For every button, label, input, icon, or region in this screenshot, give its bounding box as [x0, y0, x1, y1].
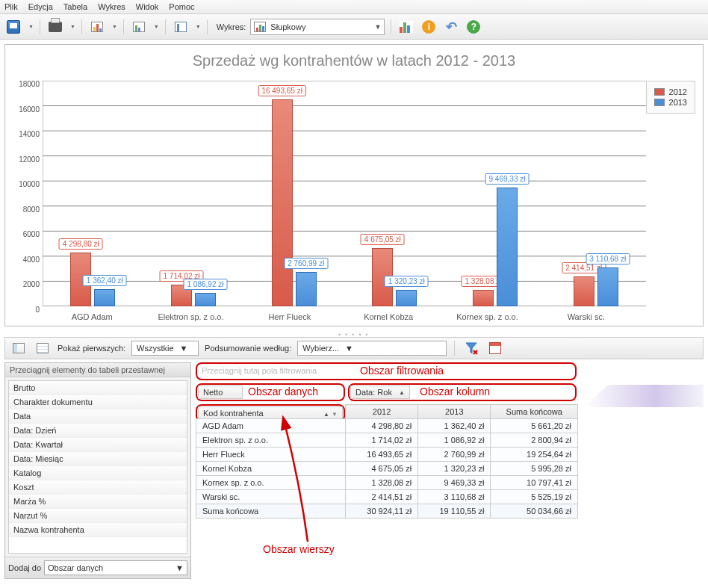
pivot-cell: 1 328,08 zł: [346, 476, 418, 490]
chart-edit-button[interactable]: [130, 18, 148, 36]
chart-bar-label: 16 493,65 zł: [258, 85, 306, 96]
print-button[interactable]: [46, 18, 64, 36]
dropdown-arrow-icon[interactable]: ▼: [28, 24, 34, 29]
pivot-layout-icon: [13, 343, 25, 353]
chart-bar-label: 1 362,40 zł: [83, 275, 127, 286]
menu-wykres[interactable]: Wykres: [98, 2, 125, 11]
pivot-cell: 1 086,92 zł: [418, 433, 491, 448]
undo-button[interactable]: ↶: [442, 18, 460, 36]
pivot-col-header[interactable]: 2012: [346, 405, 418, 419]
field-list-item[interactable]: Koszt: [9, 480, 187, 495]
chart-type-label: Wykres:: [217, 22, 246, 31]
chart-icon: [91, 22, 103, 32]
field-list-item[interactable]: Nazwa kontrahenta: [9, 523, 187, 537]
menu-widok[interactable]: Widok: [136, 2, 159, 11]
field-list-item[interactable]: Charakter dokumentu: [9, 395, 187, 409]
info-button[interactable]: i: [420, 18, 438, 36]
filter-hint: Przeciągnij tutaj pola filtrowania: [202, 366, 317, 375]
menu-bar: Plik Edycja Tabela Wykres Widok Pomoc: [0, 0, 708, 14]
field-list-item[interactable]: Marża %: [9, 495, 187, 509]
splitter[interactable]: ▪ ▪ ▪ ▪ ▪: [0, 331, 708, 337]
pivot-cell: 2 414,51 zł: [346, 490, 418, 504]
dropdown-arrow-icon[interactable]: ▼: [196, 24, 201, 29]
calendar-button[interactable]: [486, 339, 504, 357]
chart-bar[interactable]: [497, 188, 518, 306]
dropdown-arrow-icon[interactable]: ▼: [154, 24, 159, 29]
chart-bar[interactable]: [396, 290, 417, 306]
chart-type-select[interactable]: Słupkowy ▼: [250, 19, 385, 35]
chart-legend: 2012 2013: [646, 81, 695, 114]
table-row[interactable]: AGD Adam4 298,80 zł1 362,40 zł5 661,20 z…: [196, 419, 578, 433]
undo-icon: ↶: [446, 19, 457, 35]
menu-plik[interactable]: Plik: [4, 2, 18, 11]
chart-wizard-button[interactable]: [397, 18, 415, 36]
chart-plot-area: 4 298,80 zł1 362,40 zł1 714,02 zł1 086,9…: [43, 81, 646, 306]
chart-bar[interactable]: [597, 267, 618, 306]
chart-bar-label: 4 675,05 zł: [361, 234, 405, 245]
field-list-item[interactable]: Narzut %: [9, 509, 187, 523]
chart-bar[interactable]: [296, 272, 317, 306]
chart-style-button[interactable]: [88, 18, 106, 36]
pivot-cell: 16 493,65 zł: [346, 448, 418, 462]
chart-x-axis: AGD AdamElektron sp. z o.o.Herr FlueckKo…: [43, 312, 636, 321]
layout-button[interactable]: [172, 18, 190, 36]
field-list-item[interactable]: Data: Kwartał: [9, 438, 187, 452]
toolbar: ▼ ▼ ▼ ▼ ▼ Wykres: Słupkowy ▼: [0, 14, 708, 40]
info-icon: i: [422, 20, 435, 34]
pivot-col-header[interactable]: Suma końcowa: [491, 405, 578, 419]
chart-bar-label: 1 086,92 zł: [184, 279, 228, 290]
column-field-chip[interactable]: Data: Rok▲: [350, 386, 410, 399]
pivot-toolbar: Pokaż pierwszych: Wszystkie ▼ Podsumowan…: [4, 337, 704, 359]
field-list-item[interactable]: Data: Miesiąc: [9, 452, 187, 466]
dropdown-arrow-icon: ▼: [176, 563, 184, 572]
pivot-data-table[interactable]: 20122013Suma końcowaAGD Adam4 298,80 zł1…: [196, 404, 578, 519]
legend-label-2012: 2012: [669, 87, 687, 96]
add-to-select[interactable]: Obszar danych ▼: [44, 560, 187, 575]
disk-icon: [7, 20, 20, 34]
dropdown-arrow-icon[interactable]: ▼: [70, 24, 75, 29]
menu-tabela[interactable]: Tabela: [63, 2, 87, 11]
data-field-chip[interactable]: Netto: [198, 386, 243, 399]
table-row[interactable]: Herr Flueck16 493,65 zł2 760,99 zł19 254…: [196, 448, 578, 462]
pivot-cell: 1 362,40 zł: [418, 419, 491, 433]
menu-pomoc[interactable]: Pomoc: [169, 2, 194, 11]
field-list-item[interactable]: Brutto: [9, 381, 187, 395]
field-list-items[interactable]: BruttoCharakter dokumentuDataData: Dzień…: [8, 380, 187, 554]
field-list-item[interactable]: Katalog: [9, 466, 187, 480]
pivot-cell: 1 714,02 zł: [346, 433, 418, 448]
pivot-cell: 1 320,23 zł: [418, 462, 491, 476]
clear-filter-button[interactable]: [462, 339, 480, 357]
table-row[interactable]: Kornex sp. z o.o.1 328,08 zł9 469,33 zł1…: [196, 476, 578, 490]
table-row[interactable]: Kornel Kobza4 675,05 zł1 320,23 zł5 995,…: [196, 462, 578, 476]
legend-label-2013: 2013: [669, 98, 687, 107]
save-button[interactable]: [4, 18, 22, 36]
pivot-cell: 3 110,68 zł: [418, 490, 491, 504]
field-list-item[interactable]: Data: [9, 409, 187, 424]
chart-title: Sprzedaż wg kontrahentów w latach 2012 -…: [5, 52, 703, 69]
chart-bar[interactable]: [473, 290, 494, 306]
funnel-clear-icon: [465, 341, 478, 355]
show-first-select[interactable]: Wszystkie ▼: [131, 341, 199, 356]
table-row[interactable]: Elektron sp. z o.o.1 714,02 zł1 086,92 z…: [196, 433, 578, 448]
field-list-item[interactable]: Data: Dzień: [9, 424, 187, 438]
chart-bar[interactable]: [94, 289, 115, 306]
dropdown-arrow-icon[interactable]: ▼: [112, 24, 117, 29]
chart-bar-label: 4 298,80 zł: [59, 238, 103, 250]
add-to-value: Obszar danych: [48, 563, 103, 572]
table-row[interactable]: Warski sc.2 414,51 zł3 110,68 zł5 525,19…: [196, 490, 578, 504]
field-list-header: Przeciągnij elementy do tabeli przestawn…: [5, 363, 190, 377]
pivot-fields-button[interactable]: [34, 339, 52, 357]
summary-by-select[interactable]: Wybierz... ▼: [297, 341, 447, 356]
chart-bar[interactable]: [574, 276, 594, 307]
chart-type-value: Słupkowy: [270, 22, 305, 31]
chart-wizard-icon: [400, 21, 413, 33]
chart-bar[interactable]: [195, 293, 216, 306]
pivot-layout-button[interactable]: [10, 339, 28, 357]
pivot-cell: 5 995,28 zł: [491, 462, 578, 476]
pivot-row-label: Herr Flueck: [196, 448, 346, 462]
chart-bar[interactable]: [272, 99, 293, 306]
menu-edycja[interactable]: Edycja: [28, 2, 53, 11]
help-button[interactable]: ?: [465, 18, 482, 36]
pivot-row-label: Kornel Kobza: [196, 462, 346, 476]
pivot-col-header[interactable]: 2013: [418, 405, 491, 419]
